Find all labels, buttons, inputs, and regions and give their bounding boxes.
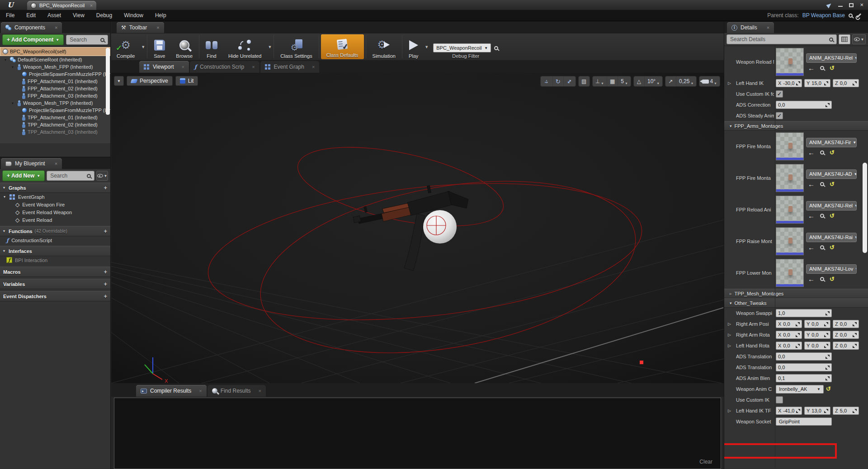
construction-script-item[interactable]: ƒConstructionScript [0, 236, 110, 244]
section-tpp-mesh-montages[interactable]: ▹TPP_Mesh_Montages [724, 289, 868, 298]
compile-button[interactable]: ⚙✓ Compile [111, 33, 140, 60]
play-button[interactable]: Play [403, 33, 424, 60]
close-icon[interactable]: × [55, 25, 57, 30]
bpi-interaction-item[interactable]: ƒBPI Interaction [0, 256, 110, 264]
add-component-button[interactable]: + Add Component▼ [2, 34, 64, 45]
event-item[interactable]: ◇Event Weapon Fire [0, 201, 110, 208]
wrench-icon[interactable] [857, 13, 862, 18]
browse-asset-icon[interactable] [820, 182, 824, 186]
z-field[interactable]: Z0,0 [833, 331, 859, 339]
play-options-chevron-icon[interactable]: ▼ [425, 45, 429, 49]
class-settings-button[interactable]: ⚙ Class Settings [275, 33, 317, 60]
close-icon[interactable]: × [55, 161, 57, 166]
expander-icon[interactable]: ▾ [5, 58, 8, 62]
asset-thumbnail[interactable] [776, 132, 804, 160]
parent-class-link[interactable]: BP Weapon Base [802, 12, 845, 19]
y-field[interactable]: Y0,0 [804, 331, 830, 339]
socket-name-field[interactable]: GripPoint [776, 417, 832, 426]
surface-snap-button[interactable]: ⊥▼ [593, 76, 607, 86]
x-field[interactable]: X0,0 [776, 342, 802, 350]
grid-snap-toggle[interactable]: ▦ [607, 76, 618, 86]
simulation-button[interactable]: ⚙ Simulation [367, 33, 401, 60]
add-variable-icon[interactable]: + [104, 281, 107, 287]
browse-button[interactable]: Browse [170, 33, 198, 60]
checkbox[interactable]: ✓ [776, 112, 783, 119]
close-icon[interactable]: × [860, 3, 863, 7]
value-field[interactable]: 0,0 [776, 363, 832, 371]
tab-construction-script[interactable]: ƒ Construction Scrip × [190, 61, 259, 73]
asset-thumbnail[interactable] [776, 259, 804, 287]
expander-icon[interactable]: ▾ [3, 186, 6, 190]
use-selected-icon[interactable]: ← [808, 277, 815, 282]
add-macro-icon[interactable]: + [104, 268, 107, 275]
tree-row[interactable]: TPP_Attachment_02 (Inherited) [0, 121, 110, 128]
value-field[interactable]: 0,0 [776, 101, 832, 109]
menu-edit[interactable]: Edit [20, 12, 42, 19]
eventgraph-item[interactable]: ▾EventGraph [0, 193, 110, 201]
section-other-tweaks[interactable]: ▾Other_Tweaks [724, 298, 868, 308]
use-selected-icon[interactable]: ← [808, 150, 815, 155]
my-blueprint-search-input[interactable]: Search [47, 171, 94, 181]
asset-select[interactable]: ANIM_AKS74U-Rel▼ [806, 201, 857, 211]
y-field[interactable]: Y0,0 [804, 342, 830, 350]
coordinate-space-button[interactable]: ▧ [579, 76, 590, 86]
reset-icon[interactable]: ↺ [830, 66, 835, 71]
add-new-button[interactable]: + Add New▼ [2, 170, 45, 181]
menu-debug[interactable]: Debug [90, 12, 118, 19]
use-selected-icon[interactable]: ← [808, 66, 815, 71]
expander-icon[interactable]: ▷ [728, 408, 731, 413]
hide-unrelated-chevron-icon[interactable]: ▼ [268, 45, 272, 49]
use-selected-icon[interactable]: ← [808, 182, 815, 187]
browse-asset-icon[interactable] [820, 277, 824, 281]
x-field[interactable]: X0,0 [776, 320, 802, 328]
rotation-snap-toggle[interactable]: △ [634, 76, 645, 86]
scale-snap-toggle[interactable]: ↗ [665, 76, 676, 86]
menu-file[interactable]: File [0, 12, 20, 19]
y-field[interactable]: Y15,0 [804, 79, 830, 87]
add-graph-icon[interactable]: + [104, 184, 107, 191]
asset-select[interactable]: ANIM_AKS74U-Rel▼ [806, 53, 857, 63]
details-tab[interactable]: i Details × [727, 22, 774, 33]
search-icon[interactable] [849, 14, 853, 18]
visibility-filter-button[interactable]: ▼ [96, 171, 108, 181]
menu-view[interactable]: View [67, 12, 90, 19]
close-tab-icon[interactable]: × [90, 3, 93, 8]
expander-icon[interactable]: ▷ [728, 81, 731, 85]
reset-icon[interactable]: ↺ [826, 386, 831, 392]
viewport-options-button[interactable]: ▼ [114, 76, 124, 86]
tree-row[interactable]: ▾Weapon_Mesh_TPP (Inherited) [0, 99, 110, 107]
reset-icon[interactable]: ↺ [830, 277, 835, 282]
close-icon[interactable]: × [252, 64, 255, 70]
checkbox[interactable] [776, 396, 783, 403]
functions-header[interactable]: ▾Functions(42 Overridable)+ [0, 226, 110, 236]
reset-icon[interactable]: ↺ [830, 213, 835, 219]
x-field[interactable]: X-41,0 [776, 407, 802, 415]
property-matrix-button[interactable] [839, 34, 850, 44]
graphs-header[interactable]: ▾Graphs+ [0, 183, 110, 193]
asset-thumbnail[interactable] [776, 196, 804, 224]
asset-select[interactable]: ANIM_AKS74U-Rai▼ [806, 233, 857, 242]
weapon-anim-select[interactable]: Ironbelly_AK▼ [776, 385, 824, 394]
expander-icon[interactable]: ▷ [728, 333, 731, 337]
y-field[interactable]: Y13,0 [804, 407, 830, 415]
macros-header[interactable]: Macros+ [0, 267, 110, 277]
browse-asset-icon[interactable] [820, 66, 824, 70]
close-icon[interactable]: × [181, 64, 184, 70]
close-icon[interactable]: × [156, 25, 159, 30]
tree-row[interactable]: TPP_Attachment_01 (Inherited) [0, 114, 110, 121]
tree-row[interactable]: ▾DefaultSceneRoot (Inherited) [0, 56, 110, 63]
checkbox[interactable]: ✓ [776, 90, 783, 98]
close-icon[interactable]: × [767, 25, 769, 30]
grid-snap-value[interactable]: 5▼ [618, 76, 631, 86]
compile-options-chevron-icon[interactable]: ▼ [141, 45, 145, 49]
search-icon[interactable] [494, 46, 498, 50]
find-button[interactable]: Find [200, 33, 223, 60]
close-icon[interactable]: × [199, 388, 202, 394]
event-item[interactable]: ◇Event Reload Weapon [0, 208, 110, 216]
class-defaults-button[interactable]: Class Defaults [321, 34, 364, 59]
close-icon[interactable]: × [312, 64, 315, 70]
x-field[interactable]: X0,0 [776, 331, 802, 339]
toolbar-tab[interactable]: ⚒ Toolbar × [117, 22, 164, 33]
interfaces-header[interactable]: ▾Interfaces [0, 246, 110, 256]
menu-window[interactable]: Window [118, 12, 149, 19]
